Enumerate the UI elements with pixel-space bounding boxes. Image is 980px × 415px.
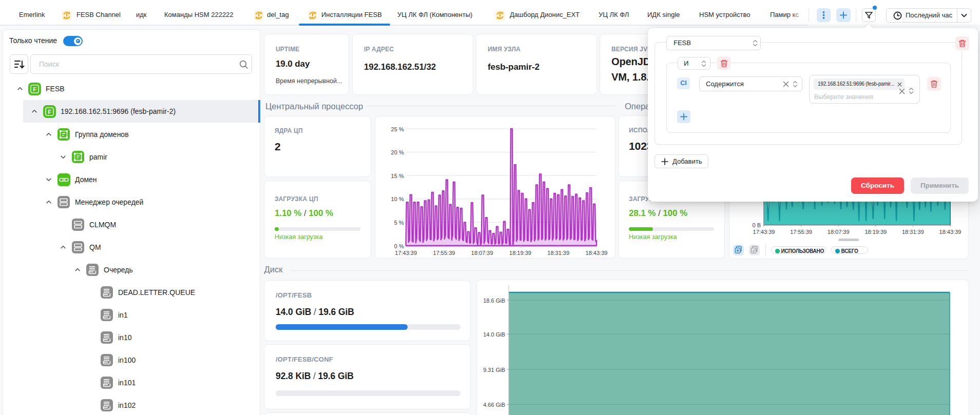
- svg-text:18:07:39: 18:07:39: [471, 250, 493, 256]
- svg-text:10 %: 10 %: [391, 196, 404, 202]
- svg-text:18.6 GiB: 18.6 GiB: [483, 298, 505, 304]
- svg-text:20 %: 20 %: [391, 149, 404, 155]
- svg-text:17:55:39: 17:55:39: [790, 229, 812, 235]
- svg-text:5 %: 5 %: [394, 220, 404, 226]
- svg-text:0 В: 0 В: [752, 222, 761, 228]
- svg-text:18:43:39: 18:43:39: [586, 250, 608, 256]
- svg-text:F: F: [48, 109, 51, 115]
- svg-text:14.0 GiB: 14.0 GiB: [483, 331, 505, 338]
- svg-text:18:19:39: 18:19:39: [864, 229, 887, 235]
- svg-text:17:43:39: 17:43:39: [395, 250, 417, 256]
- svg-text:18:07:39: 18:07:39: [828, 229, 850, 235]
- svg-text:18:31:39: 18:31:39: [547, 250, 569, 256]
- svg-text:0 %: 0 %: [394, 243, 404, 249]
- svg-text:18:19:39: 18:19:39: [509, 250, 531, 256]
- svg-text:4.66 GiB: 4.66 GiB: [483, 402, 505, 408]
- svg-text:15 %: 15 %: [391, 173, 404, 179]
- svg-text:18:43:39: 18:43:39: [939, 229, 962, 235]
- svg-text:25 %: 25 %: [391, 126, 404, 132]
- svg-text:17:55:39: 17:55:39: [433, 250, 455, 256]
- svg-text:18:31:39: 18:31:39: [902, 229, 924, 235]
- svg-text:F: F: [33, 86, 36, 92]
- svg-text:9.31 GiB: 9.31 GiB: [483, 367, 505, 373]
- svg-text:17:43:39: 17:43:39: [753, 229, 775, 235]
